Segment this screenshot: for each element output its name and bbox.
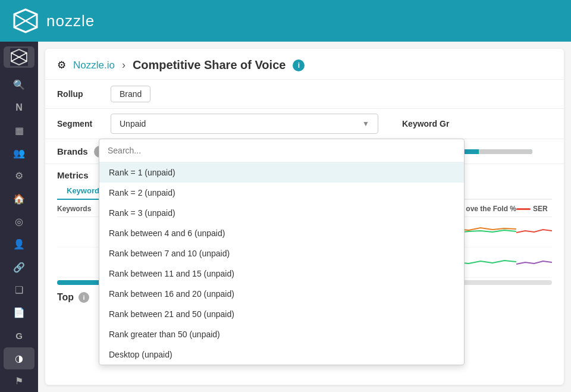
dropdown-option-10[interactable]: Desktop (unpaid) bbox=[99, 344, 464, 365]
sidebar-item-doc[interactable]: 📄 bbox=[4, 302, 34, 324]
sparkline-ser-chart-2 bbox=[516, 252, 552, 272]
dropdown-search-area bbox=[99, 139, 464, 162]
dropdown-option-7[interactable]: Rank between 16 and 20 (unpaid) bbox=[99, 284, 464, 304]
breadcrumb-separator: › bbox=[122, 59, 126, 71]
dropdown-option-3[interactable]: Rank = 3 (unpaid) bbox=[99, 203, 464, 223]
sidebar-item-search[interactable]: 🔍 bbox=[4, 74, 34, 95]
sidebar-item-flag[interactable]: ⚑ bbox=[4, 371, 34, 392]
sidebar-item-users[interactable]: 👥 bbox=[4, 142, 34, 164]
top-info-icon[interactable]: i bbox=[79, 292, 89, 303]
rollup-row: Rollup Brand bbox=[45, 80, 564, 109]
sidebar-item-house[interactable]: 🏠 bbox=[4, 188, 34, 209]
segment-label: Segment bbox=[57, 119, 99, 128]
app-body: 🔍 N ▦ 👥 ⚙ 🏠 ◎ 👤 🔗 ❑ 📄 G ◑ ⚑ ⚙ Nozzle.io … bbox=[0, 42, 571, 392]
sidebar-item-pie[interactable]: ◑ bbox=[4, 347, 34, 369]
metrics-title: Metrics bbox=[57, 170, 89, 180]
rollup-label: Rollup bbox=[57, 89, 99, 99]
sidebar: 🔍 N ▦ 👥 ⚙ 🏠 ◎ 👤 🔗 ❑ 📄 G ◑ ⚑ bbox=[0, 42, 38, 392]
sidebar-item-n[interactable]: N bbox=[4, 97, 34, 118]
logo-area: nozzle bbox=[12, 7, 95, 35]
sidebar-logo[interactable] bbox=[4, 46, 34, 68]
breadcrumb: ⚙ Nozzle.io › Competitive Share of Voice… bbox=[45, 49, 564, 80]
brands-bar-overflow bbox=[479, 149, 532, 154]
dropdown-option-1[interactable]: Rank = 1 (unpaid) bbox=[99, 162, 464, 183]
dropdown-option-9[interactable]: Rank greater than 50 (unpaid) bbox=[99, 324, 464, 344]
gear-icon: ⚙ bbox=[57, 59, 66, 71]
dropdown-option-4[interactable]: Rank between 4 and 6 (unpaid) bbox=[99, 223, 464, 243]
segment-dropdown: Rank = 1 (unpaid) Rank = 2 (unpaid) Rank… bbox=[99, 139, 465, 365]
sidebar-item-settings[interactable]: ⚙ bbox=[4, 165, 34, 187]
breadcrumb-home-link[interactable]: Nozzle.io bbox=[73, 59, 115, 71]
content-panel: ⚙ Nozzle.io › Competitive Share of Voice… bbox=[45, 49, 564, 385]
app-header: nozzle bbox=[0, 0, 571, 42]
dropdown-option-2[interactable]: Rank = 2 (unpaid) bbox=[99, 183, 464, 203]
col-fold-label: ove the Fold % bbox=[466, 205, 516, 213]
sidebar-item-chart[interactable]: ▦ bbox=[4, 120, 34, 141]
segment-select[interactable]: Unpaid ▼ bbox=[111, 114, 378, 134]
legend-red bbox=[516, 208, 531, 210]
brands-title: Brands bbox=[57, 146, 88, 156]
rollup-button[interactable]: Brand bbox=[111, 86, 150, 102]
dropdown-option-8[interactable]: Rank between 21 and 50 (unpaid) bbox=[99, 304, 464, 324]
col-header-ser: SER bbox=[516, 205, 552, 213]
sidebar-item-people[interactable]: 👤 bbox=[4, 234, 34, 255]
top-title: Top bbox=[57, 292, 74, 303]
breadcrumb-current-page: Competitive Share of Voice bbox=[133, 58, 286, 72]
segment-row: Segment Unpaid ▼ Keyword Gr Rank = 1 (un… bbox=[45, 109, 564, 139]
dropdown-option-6[interactable]: Rank between 11 and 15 (unpaid) bbox=[99, 264, 464, 284]
breadcrumb-info-icon[interactable]: i bbox=[293, 59, 305, 71]
dropdown-option-5[interactable]: Rank between 7 and 10 (unpaid) bbox=[99, 243, 464, 264]
chevron-down-icon: ▼ bbox=[362, 120, 369, 128]
sidebar-item-g[interactable]: G bbox=[4, 325, 34, 346]
dropdown-search-input[interactable] bbox=[108, 146, 456, 155]
sidebar-item-link[interactable]: 🔗 bbox=[4, 256, 34, 278]
segment-value: Unpaid bbox=[120, 119, 146, 128]
keyword-gr-label: Keyword Gr bbox=[390, 119, 449, 128]
logo-text: nozzle bbox=[46, 12, 95, 30]
sidebar-item-copy[interactable]: ❑ bbox=[4, 279, 34, 300]
col-ser-label: SER bbox=[533, 205, 548, 213]
sidebar-item-circle[interactable]: ◎ bbox=[4, 211, 34, 232]
main-content: ⚙ Nozzle.io › Competitive Share of Voice… bbox=[38, 42, 571, 392]
sparkline-ser-chart-1 bbox=[516, 222, 552, 242]
nozzle-logo-icon bbox=[12, 7, 39, 35]
